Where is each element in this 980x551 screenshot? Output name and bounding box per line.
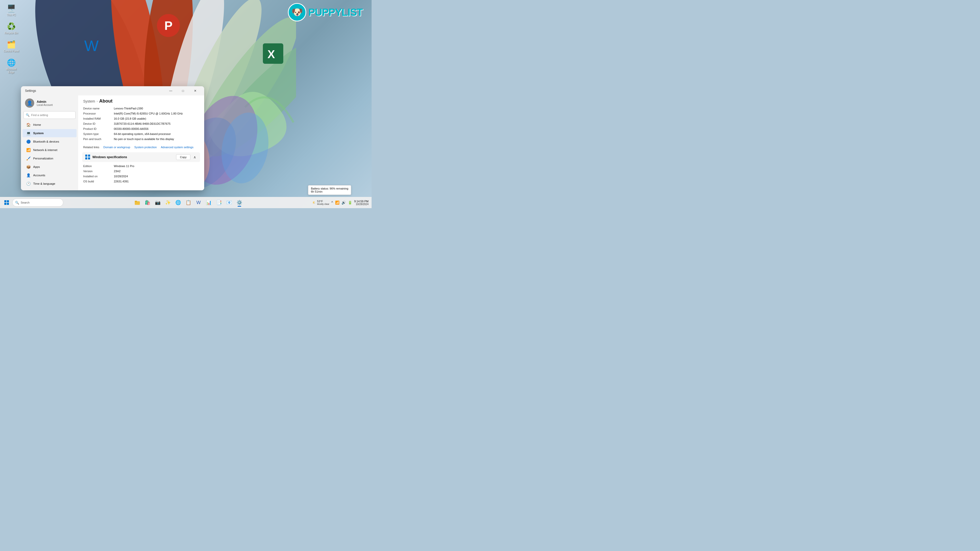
system-protection-link[interactable]: System protection: [134, 146, 157, 149]
sidebar-item-apps-label: Apps: [33, 165, 40, 168]
spec-value-ram: 16.0 GB (15.8 GB usable): [114, 117, 199, 120]
desktop-icon-edge[interactable]: 🌐 Microsoft Edge: [2, 57, 21, 75]
taskbar-app-powerpoint[interactable]: 📑: [215, 198, 224, 207]
battery-status-line1: Battery status: 96% remaining: [311, 187, 348, 190]
this-pc-label: This PC: [6, 14, 16, 17]
control-panel-icon: 🗂️: [6, 40, 16, 49]
desktop: W P X 🖥️ This PC ♻️ Recycle Bin 🗂️ Contr…: [0, 0, 372, 208]
spec-row-system-type: System type 64-bit operating system, x64…: [83, 131, 199, 137]
taskbar-app-store[interactable]: 🛍️: [143, 198, 152, 207]
taskbar-app-todo[interactable]: 📋: [184, 198, 193, 207]
svg-text:W: W: [84, 37, 99, 54]
spec-row-version: Version 23H2: [83, 168, 199, 174]
collapse-button[interactable]: ∧: [192, 155, 197, 160]
search-input[interactable]: [31, 114, 73, 117]
close-button[interactable]: ✕: [189, 87, 201, 95]
svg-rect-17: [4, 200, 6, 202]
sidebar-item-accounts[interactable]: 👤 Accounts: [22, 171, 76, 179]
spec-label-pen-touch: Pen and touch: [83, 138, 114, 141]
volume-icon[interactable]: 🔊: [341, 200, 346, 205]
spec-value-product-id: 00330-80000-00000-AA556: [114, 127, 199, 130]
windows-specs-actions: Copy ∧: [176, 154, 197, 160]
spec-label-os-build: OS build: [83, 180, 114, 183]
spec-label-installed-on: Installed on: [83, 175, 114, 178]
weather-widget[interactable]: 🌤️ 53°F Mostly clear: [312, 200, 329, 205]
desktop-icons: 🖥️ This PC ♻️ Recycle Bin 🗂️ Control Pan…: [2, 3, 21, 75]
tray-chevron-icon[interactable]: ^: [331, 200, 334, 205]
search-box[interactable]: 🔍: [24, 111, 76, 119]
taskbar-app-copilot[interactable]: ✨: [163, 198, 172, 207]
clock-time: 9:14:59 PM: [354, 200, 369, 203]
desktop-icon-this-pc[interactable]: 🖥️ This PC: [2, 3, 21, 17]
svg-point-8: [157, 14, 180, 37]
breadcrumb-parent[interactable]: System: [83, 99, 95, 103]
spec-row-device-name: Device name Lenovo-ThinkPad-L590: [83, 106, 199, 111]
copy-button[interactable]: Copy: [176, 154, 190, 160]
maximize-button[interactable]: □: [177, 87, 189, 95]
taskbar-app-camera[interactable]: 📷: [153, 198, 162, 207]
recycle-bin-label: Recycle Bin: [5, 32, 18, 35]
sidebar-item-apps[interactable]: 📦 Apps: [22, 163, 76, 171]
sidebar-item-bluetooth[interactable]: 🔵 Bluetooth & devices: [22, 138, 76, 146]
minimize-button[interactable]: —: [165, 87, 177, 95]
battery-icon[interactable]: 🔋: [347, 200, 353, 205]
main-content: System › About Device name Lenovo-ThinkP…: [78, 95, 204, 190]
spec-value-processor: Intel(R) Core(TM) i5-8265U CPU @ 1.60GHz…: [114, 112, 199, 115]
desktop-icon-control-panel[interactable]: 🗂️ Control Panel: [2, 39, 21, 54]
accounts-icon: 👤: [26, 173, 30, 178]
sidebar: 👤 Admin Local Account 🔍 🏠 Home: [21, 95, 78, 190]
spec-value-version: 23H2: [114, 170, 199, 173]
domain-workgroup-link[interactable]: Domain or workgroup: [103, 146, 130, 149]
taskbar-app-settings[interactable]: ⚙️: [235, 198, 244, 207]
weather-info: 53°F Mostly clear: [317, 200, 329, 205]
wifi-icon[interactable]: 📶: [334, 200, 340, 205]
tray-icons: ^ 📶 🔊 🔋: [331, 200, 353, 205]
home-icon: 🏠: [26, 122, 30, 127]
sidebar-item-home[interactable]: 🏠 Home: [22, 121, 76, 129]
win-tile-1: [85, 155, 87, 157]
svg-rect-22: [135, 201, 137, 202]
sidebar-item-bluetooth-label: Bluetooth & devices: [33, 140, 59, 143]
user-profile[interactable]: 👤 Admin Local Account: [21, 97, 78, 110]
control-panel-label: Control Panel: [3, 50, 19, 53]
desktop-icon-recycle-bin[interactable]: ♻️ Recycle Bin: [2, 21, 21, 36]
svg-rect-20: [7, 203, 9, 205]
sidebar-item-time[interactable]: 🕐 Time & language: [22, 179, 76, 188]
taskbar-app-excel[interactable]: 📊: [204, 198, 213, 207]
taskbar-app-word[interactable]: W: [194, 198, 203, 207]
sidebar-item-personalization-label: Personalization: [33, 157, 53, 160]
taskbar-app-edge[interactable]: 🌐: [173, 198, 183, 207]
spec-row-processor: Processor Intel(R) Core(TM) i5-8265U CPU…: [83, 111, 199, 116]
taskbar-tray: 🌤️ 53°F Mostly clear ^ 📶 🔊 🔋 9:14:59 PM …: [312, 200, 369, 206]
sidebar-item-system-label: System: [33, 132, 44, 135]
advanced-settings-link[interactable]: Advanced system settings: [161, 146, 193, 149]
spec-value-edition: Windows 11 Pro: [114, 165, 199, 168]
clock[interactable]: 9:14:59 PM 10/28/2024: [354, 200, 369, 206]
start-button[interactable]: [2, 198, 11, 207]
taskbar-app-outlook[interactable]: 📧: [224, 198, 234, 207]
svg-text:P: P: [164, 19, 172, 32]
related-links-label: Related links: [83, 146, 99, 149]
bluetooth-icon: 🔵: [26, 139, 30, 144]
apps-icon: 📦: [26, 165, 30, 169]
spec-value-device-name: Lenovo-ThinkPad-L590: [114, 107, 199, 110]
system-icon: 💻: [26, 131, 30, 135]
sidebar-nav: 🏠 Home 💻 System 🔵 Bluetooth & devices 📶 …: [21, 121, 78, 189]
spec-label-device-id: Device ID: [83, 122, 114, 125]
svg-rect-18: [7, 200, 9, 202]
clock-date: 10/28/2024: [354, 203, 369, 206]
sidebar-item-system[interactable]: 💻 System: [22, 129, 76, 137]
taskbar-app-file-explorer[interactable]: [133, 198, 142, 207]
time-icon: 🕐: [26, 181, 30, 186]
user-info: Admin Local Account: [37, 100, 52, 106]
sidebar-item-personalization[interactable]: 🖌️ Personalization: [22, 154, 76, 162]
win-tile-3: [85, 157, 87, 159]
sidebar-item-network[interactable]: 📶 Network & internet: [22, 146, 76, 154]
spec-label-product-id: Product ID: [83, 127, 114, 130]
spec-row-ram: Installed RAM 16.0 GB (15.8 GB usable): [83, 116, 199, 121]
search-icon: 🔍: [26, 113, 30, 117]
titlebar: Settings — □ ✕: [21, 86, 204, 95]
user-name: Admin: [37, 100, 52, 103]
taskbar-search[interactable]: 🔍 Search: [12, 198, 63, 206]
avatar: 👤: [25, 98, 34, 108]
